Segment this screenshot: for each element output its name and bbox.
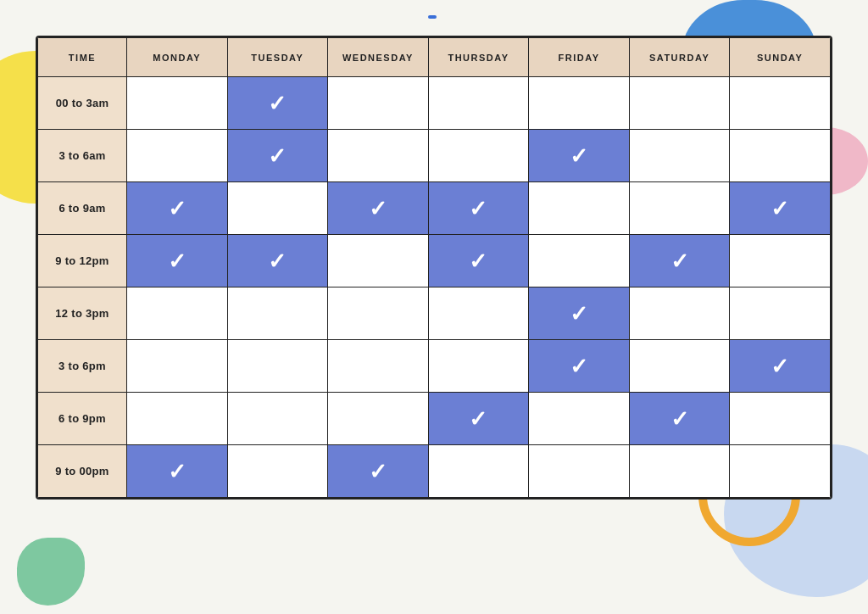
schedule-cell-r0-c6	[730, 77, 831, 130]
schedule-cell-r1-c3	[428, 130, 529, 182]
time-cell-6: 6 to 9pm	[38, 393, 127, 445]
schedule-cell-r1-c5	[629, 130, 730, 182]
table-row: 3 to 6pm✓✓	[38, 340, 831, 393]
schedule-cell-r7-c4	[529, 445, 630, 498]
col-header-friday: FRIDAY	[529, 38, 630, 77]
schedule-cell-r0-c4	[529, 77, 630, 130]
time-cell-7: 9 to 00pm	[38, 445, 127, 498]
checkmark-icon: ✓	[369, 196, 387, 221]
col-header-tuesday: TUESDAY	[227, 38, 328, 77]
schedule-cell-r0-c0	[127, 77, 228, 130]
checkmark-icon: ✓	[268, 143, 287, 169]
schedule-cell-r7-c5	[629, 445, 730, 498]
schedule-cell-r4-c5	[629, 287, 730, 340]
schedule-cell-r2-c2: ✓	[328, 182, 429, 235]
col-header-sunday: SUNDAY	[730, 38, 831, 77]
time-cell-0: 00 to 3am	[38, 77, 127, 130]
logo-container	[428, 15, 440, 19]
schedule-cell-r4-c0	[127, 287, 228, 340]
schedule-cell-r4-c4: ✓	[529, 287, 630, 340]
schedule-cell-r4-c1	[227, 287, 328, 340]
page-content: TIMEMONDAYTUESDAYWEDNESDAYTHURSDAYFRIDAY…	[0, 0, 868, 516]
table-row: 6 to 9am✓✓✓✓	[38, 182, 831, 235]
schedule-cell-r3-c6	[730, 235, 831, 287]
table-row: 9 to 12pm✓✓✓✓	[38, 235, 831, 287]
checkmark-icon: ✓	[469, 406, 487, 432]
schedule-cell-r7-c3	[428, 445, 529, 498]
schedule-cell-r6-c6	[730, 393, 831, 445]
schedule-cell-r3-c3: ✓	[428, 235, 529, 287]
schedule-cell-r2-c5	[629, 182, 730, 235]
schedule-cell-r2-c4	[529, 182, 630, 235]
checkmark-icon: ✓	[268, 91, 287, 116]
checkmark-icon: ✓	[268, 248, 287, 274]
schedule-cell-r2-c0: ✓	[127, 182, 228, 235]
blob-green	[17, 538, 85, 606]
checkmark-icon: ✓	[369, 459, 387, 484]
schedule-cell-r2-c1	[227, 182, 328, 235]
checkmark-icon: ✓	[670, 406, 689, 432]
schedule-cell-r7-c2: ✓	[328, 445, 429, 498]
checkmark-icon: ✓	[570, 354, 588, 379]
schedule-cell-r4-c2	[328, 287, 429, 340]
checkmark-icon: ✓	[168, 248, 186, 274]
checkmark-icon: ✓	[570, 301, 588, 327]
checkmark-icon: ✓	[670, 248, 689, 274]
schedule-cell-r5-c0	[127, 340, 228, 393]
time-cell-4: 12 to 3pm	[38, 287, 127, 340]
schedule-cell-r1-c4: ✓	[529, 130, 630, 182]
schedule-cell-r1-c2	[328, 130, 429, 182]
schedule-cell-r2-c6: ✓	[730, 182, 831, 235]
time-cell-5: 3 to 6pm	[38, 340, 127, 393]
schedule-cell-r0-c3	[428, 77, 529, 130]
time-cell-3: 9 to 12pm	[38, 235, 127, 287]
schedule-cell-r0-c1: ✓	[227, 77, 328, 130]
schedule-cell-r6-c3: ✓	[428, 393, 529, 445]
schedule-cell-r3-c0: ✓	[127, 235, 228, 287]
table-row: 00 to 3am✓	[38, 77, 831, 130]
col-header-wednesday: WEDNESDAY	[328, 38, 429, 77]
col-header-time: TIME	[38, 38, 127, 77]
schedule-cell-r3-c5: ✓	[629, 235, 730, 287]
schedule-cell-r5-c5	[629, 340, 730, 393]
schedule-cell-r4-c3	[428, 287, 529, 340]
schedule-cell-r1-c6	[730, 130, 831, 182]
schedule-cell-r3-c2	[328, 235, 429, 287]
schedule-cell-r6-c1	[227, 393, 328, 445]
col-header-monday: MONDAY	[127, 38, 228, 77]
schedule-cell-r7-c1	[227, 445, 328, 498]
schedule-cell-r7-c0: ✓	[127, 445, 228, 498]
schedule-cell-r5-c2	[328, 340, 429, 393]
table-row: 6 to 9pm✓✓	[38, 393, 831, 445]
checkmark-icon: ✓	[570, 143, 588, 169]
checkmark-icon: ✓	[771, 196, 789, 221]
schedule-cell-r6-c2	[328, 393, 429, 445]
schedule-cell-r5-c1	[227, 340, 328, 393]
checkmark-icon: ✓	[771, 354, 789, 379]
schedule-cell-r3-c1: ✓	[227, 235, 328, 287]
schedule-cell-r6-c5: ✓	[629, 393, 730, 445]
schedule-cell-r6-c0	[127, 393, 228, 445]
time-cell-2: 6 to 9am	[38, 182, 127, 235]
schedule-cell-r6-c4	[529, 393, 630, 445]
table-header-row: TIMEMONDAYTUESDAYWEDNESDAYTHURSDAYFRIDAY…	[38, 38, 831, 77]
schedule-cell-r5-c3	[428, 340, 529, 393]
table-row: 9 to 00pm✓✓	[38, 445, 831, 498]
schedule-cell-r5-c4: ✓	[529, 340, 630, 393]
checkmark-icon: ✓	[469, 248, 487, 274]
schedule-cell-r5-c6: ✓	[730, 340, 831, 393]
col-header-thursday: THURSDAY	[428, 38, 529, 77]
logo-icon	[428, 15, 437, 19]
table-row: 12 to 3pm✓	[38, 287, 831, 340]
schedule-table: TIMEMONDAYTUESDAYWEDNESDAYTHURSDAYFRIDAY…	[37, 37, 831, 498]
table-row: 3 to 6am✓✓	[38, 130, 831, 182]
checkmark-icon: ✓	[469, 196, 487, 221]
schedule-table-wrapper: TIMEMONDAYTUESDAYWEDNESDAYTHURSDAYFRIDAY…	[36, 36, 832, 500]
schedule-cell-r4-c6	[730, 287, 831, 340]
schedule-cell-r0-c5	[629, 77, 730, 130]
col-header-saturday: SATURDAY	[629, 38, 730, 77]
schedule-cell-r2-c3: ✓	[428, 182, 529, 235]
checkmark-icon: ✓	[168, 459, 186, 484]
schedule-cell-r7-c6	[730, 445, 831, 498]
schedule-cell-r1-c0	[127, 130, 228, 182]
